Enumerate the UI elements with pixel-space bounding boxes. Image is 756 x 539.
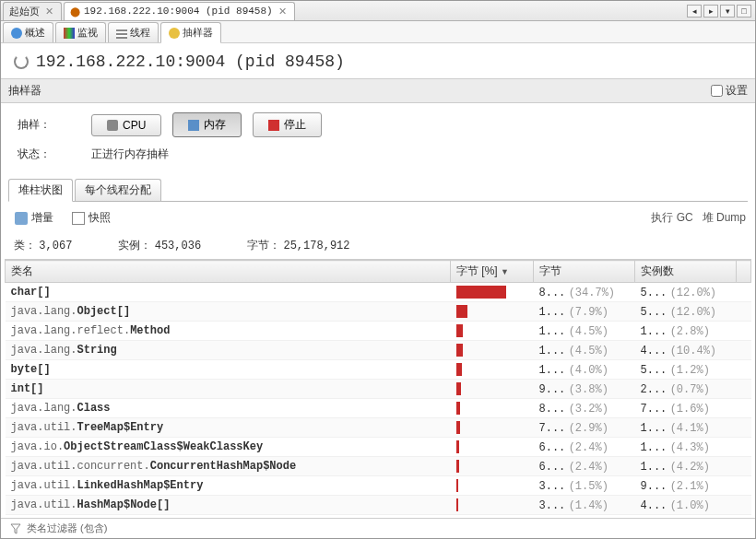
sample-label: 抽样： <box>18 117 91 133</box>
table-row[interactable]: java.lang.Object[]1... (7.9%)5... (12.0%… <box>6 302 751 322</box>
close-icon[interactable]: ✕ <box>43 6 55 18</box>
subtab-histogram[interactable]: 堆柱状图 <box>8 179 73 202</box>
cpu-icon <box>107 120 118 131</box>
filter-label: 类名过滤器 (包含) <box>27 521 107 535</box>
jmx-icon: ⬤ <box>70 6 80 17</box>
class-name-cell: java.util.concurrent.ConcurrentHashMap$N… <box>6 457 451 476</box>
instances-cell: 1... (2.8%) <box>635 322 737 341</box>
dropdown-button[interactable]: ▾ <box>720 5 735 18</box>
sampler-header-label: 抽样器 <box>8 83 41 99</box>
table-row[interactable]: java.lang.reflect.Method1... (4.5%)1... … <box>6 322 751 341</box>
bytes-pct-cell <box>451 515 534 519</box>
bytes-pct-cell <box>451 283 534 302</box>
chart-icon <box>64 28 75 39</box>
instances-cell: 1... (4.1%) <box>635 418 737 438</box>
settings-checkbox-input[interactable] <box>711 85 723 97</box>
tab-sampler[interactable]: 抽样器 <box>160 22 221 43</box>
next-button[interactable]: ▸ <box>703 5 718 18</box>
class-name-cell: byte[] <box>6 360 451 380</box>
memory-button[interactable]: 内存 <box>172 112 242 137</box>
inner-tab-bar: 概述 监视 线程 抽样器 <box>1 21 755 43</box>
table-row[interactable]: java.lang.String1... (4.5%)4... (10.4%) <box>6 341 751 360</box>
sampler-icon <box>169 28 180 39</box>
table-row[interactable]: java.lang.Class8... (3.2%)7... (1.6%) <box>6 399 751 418</box>
bytes-pct-cell <box>451 418 534 438</box>
status-label: 状态： <box>18 146 91 162</box>
col-bytes-pct[interactable]: 字节 [%] ▼ <box>451 261 534 283</box>
table-row[interactable]: java.util.HashMap$Node[]3... (1.4%)4... … <box>6 496 751 515</box>
col-instances[interactable]: 实例数 <box>635 261 737 283</box>
prev-button[interactable]: ◂ <box>687 5 702 18</box>
col-bytes[interactable]: 字节 <box>534 261 635 283</box>
stats-row: 类： 3,067 实例： 453,036 字节： 25,178,912 <box>1 234 755 259</box>
class-name-cell: java.util.LinkedHashMap$Entry <box>6 476 451 496</box>
instances-cell: 7... (1.6%) <box>635 399 737 418</box>
tab-connection-label: 192.168.222.10:9004 (pid 89458) <box>84 6 273 17</box>
tab-start[interactable]: 起始页 ✕ <box>3 2 62 20</box>
table-row[interactable]: char[]8... (34.7%)5... (12.0%) <box>6 283 751 302</box>
bytes-pct-cell <box>451 302 534 322</box>
bytes-count: 25,178,912 <box>283 240 349 252</box>
filter-bar[interactable]: 类名过滤器 (包含) <box>1 518 755 538</box>
main-tab-bar: 起始页 ✕ ⬤ 192.168.222.10:9004 (pid 89458) … <box>1 1 755 21</box>
class-name-cell: java.lang.Class <box>6 399 451 418</box>
instances-cell: 2... (0.7%) <box>635 380 737 399</box>
table-row[interactable]: java.util.HashMap$Node3... (1.4%)1... (2… <box>6 515 751 519</box>
snapshot-button[interactable]: 快照 <box>67 207 115 228</box>
instances-cell: 5... (12.0%) <box>635 283 737 302</box>
gc-link[interactable]: 执行 GC <box>651 210 692 226</box>
bytes-cell: 7... (2.9%) <box>534 418 635 438</box>
instances-cell: 5... (1.2%) <box>635 360 737 380</box>
filter-icon <box>10 523 21 534</box>
bytes-cell: 8... (3.2%) <box>534 399 635 418</box>
table-row[interactable]: java.util.LinkedHashMap$Entry3... (1.5%)… <box>6 476 751 496</box>
instances-cell: 4... (10.4%) <box>635 341 737 360</box>
class-name-cell: java.io.ObjectStreamClass$WeakClassKey <box>6 438 451 457</box>
table-row[interactable]: byte[]1... (4.0%)5... (1.2%) <box>6 360 751 380</box>
snapshot-icon <box>72 212 85 225</box>
bytes-cell: 1... (4.5%) <box>534 341 635 360</box>
toolbar: 增量 快照 执行 GC 堆 Dump <box>1 202 755 234</box>
subtab-per-thread[interactable]: 每个线程分配 <box>75 179 161 201</box>
bytes-cell: 1... (7.9%) <box>534 302 635 322</box>
stop-button[interactable]: 停止 <box>253 112 322 137</box>
control-area: 抽样： CPU 内存 停止 状态： 正进行内存抽样 <box>1 103 755 179</box>
delta-button[interactable]: 增量 <box>10 207 58 228</box>
class-name-cell: java.lang.String <box>6 341 451 360</box>
heap-dump-link[interactable]: 堆 Dump <box>703 210 746 226</box>
info-icon <box>11 28 22 39</box>
bytes-cell: 1... (4.5%) <box>534 322 635 341</box>
memory-icon <box>188 120 199 131</box>
tab-overview[interactable]: 概述 <box>3 22 53 42</box>
tab-threads[interactable]: 线程 <box>108 22 159 42</box>
col-classname[interactable]: 类名 <box>6 261 451 283</box>
close-icon[interactable]: ✕ <box>277 6 289 18</box>
cpu-button[interactable]: CPU <box>91 114 161 136</box>
instances-cell: 1... (4.3%) <box>635 438 737 457</box>
minimize-button[interactable]: □ <box>737 5 751 18</box>
table-row[interactable]: java.io.ObjectStreamClass$WeakClassKey6.… <box>6 438 751 457</box>
bytes-cell: 1... (4.0%) <box>534 360 635 380</box>
table-row[interactable]: int[]9... (3.8%)2... (0.7%) <box>6 380 751 399</box>
instances-count: 453,036 <box>155 240 201 252</box>
instances-cell: 4... (1.0%) <box>635 496 737 515</box>
title-row: 192.168.222.10:9004 (pid 89458) <box>1 43 755 78</box>
bytes-cell: 6... (2.4%) <box>534 438 635 457</box>
spinner-icon <box>14 54 29 69</box>
tab-monitor[interactable]: 监视 <box>55 22 106 42</box>
bytes-pct-cell <box>451 360 534 380</box>
instances-cell: 1... (4.2%) <box>635 457 737 476</box>
table-row[interactable]: java.util.concurrent.ConcurrentHashMap$N… <box>6 457 751 476</box>
settings-checkbox[interactable]: 设置 <box>711 83 748 99</box>
bytes-cell: 3... (1.5%) <box>534 476 635 496</box>
table-row[interactable]: java.util.TreeMap$Entry7... (2.9%)1... (… <box>6 418 751 438</box>
class-name-cell: java.util.HashMap$Node <box>6 515 451 519</box>
bytes-pct-cell <box>451 399 534 418</box>
delta-icon <box>15 212 28 225</box>
classes-count: 3,067 <box>39 240 72 252</box>
tab-connection[interactable]: ⬤ 192.168.222.10:9004 (pid 89458) ✕ <box>64 2 295 20</box>
page-title: 192.168.222.10:9004 (pid 89458) <box>36 53 345 71</box>
bytes-cell: 6... (2.4%) <box>534 457 635 476</box>
bytes-cell: 3... (1.4%) <box>534 515 635 519</box>
bytes-pct-cell <box>451 438 534 457</box>
